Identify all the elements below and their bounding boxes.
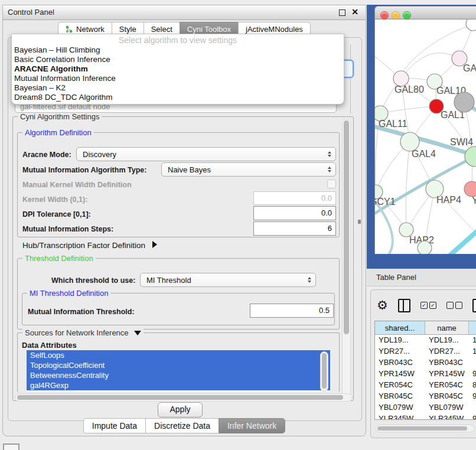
table-cell[interactable]: YBR045C: [375, 391, 425, 402]
algorithm-option[interactable]: Bayesian – K2: [12, 83, 344, 93]
table-cell[interactable]: YBR043C: [425, 357, 469, 369]
gear-icon[interactable]: [377, 299, 388, 311]
table-cell[interactable]: YER054C: [375, 380, 425, 391]
network-node[interactable]: [466, 19, 476, 31]
attribute-item[interactable]: TopologicalCoefficient: [27, 360, 330, 370]
mi-type-combo[interactable]: Naive Bayes: [161, 162, 336, 177]
table-cell[interactable]: YBR045C: [425, 391, 469, 402]
which-threshold-combo[interactable]: MI Threshold: [140, 273, 316, 287]
table-cell[interactable]: YBR043C: [375, 357, 425, 369]
combo-stepper-icon: [308, 277, 311, 283]
minimized-panel-icon[interactable]: [3, 444, 19, 450]
kernel-width-input[interactable]: 0.0: [253, 191, 336, 205]
tab-infer-network[interactable]: Infer Network: [219, 418, 285, 433]
table-cell[interactable]: YLR345W: [425, 413, 469, 420]
table-cell[interactable]: YPR145W: [425, 369, 469, 380]
column-header-shared[interactable]: shared...: [375, 321, 425, 334]
hub-definition-toggle[interactable]: Hub/Transcription Factor Definition: [22, 241, 157, 250]
mi-steps-input[interactable]: 6: [253, 221, 336, 236]
table-cell[interactable]: 13: [469, 335, 476, 346]
table-cell[interactable]: YDR27...: [375, 346, 425, 357]
algorithm-option[interactable]: ARACNE Algorithm: [12, 64, 344, 74]
column-header-name[interactable]: name: [425, 321, 469, 334]
sources-title[interactable]: Sources for Network Inference: [22, 328, 144, 337]
table-cell[interactable]: YBL079W: [375, 402, 425, 413]
table-cell[interactable]: YLR345W: [375, 413, 425, 420]
data-attributes-list[interactable]: SelfLoopsTopologicalCoefficientBetweenne…: [27, 350, 330, 392]
node-table[interactable]: shared... name YDL19...YDL19...13YDR27..…: [374, 321, 476, 420]
table-cell[interactable]: 12: [469, 346, 476, 357]
checked-pair-icon[interactable]: [420, 302, 436, 309]
algorithm-option[interactable]: Mutual Information Inference: [12, 74, 344, 83]
network-node[interactable]: [465, 146, 476, 167]
close-icon[interactable]: ✕: [351, 7, 358, 17]
document-icon[interactable]: [472, 299, 476, 312]
table-cell[interactable]: YDL19...: [425, 335, 469, 346]
table-row[interactable]: YLR345WYLR345W9.: [375, 413, 476, 420]
column-header-partial[interactable]: [469, 321, 476, 334]
split-columns-icon[interactable]: [398, 299, 410, 312]
table-row[interactable]: YDR27...YDR27...12: [375, 346, 476, 357]
table-cell[interactable]: [469, 357, 476, 369]
table-cell[interactable]: 9.: [469, 413, 476, 420]
table-cell[interactable]: YBL079W: [425, 402, 469, 413]
scrollbar-thumb[interactable]: [322, 353, 327, 389]
mi-threshold-input[interactable]: 0.5: [250, 304, 334, 318]
network-node[interactable]: [418, 241, 432, 254]
table-cell[interactable]: 9.: [469, 369, 476, 380]
attributes-hscrollbar[interactable]: [15, 393, 353, 402]
table-row[interactable]: YBR045CYBR045C9.: [375, 391, 476, 402]
table-row[interactable]: YER054CYER054C8.: [375, 380, 476, 391]
scrollbar-thumb[interactable]: [17, 395, 343, 400]
node-label: GAL4: [412, 149, 436, 159]
combo-stepper-icon: [328, 167, 331, 172]
table-cell[interactable]: YDR27...: [425, 346, 469, 357]
table-row[interactable]: YBL079WYBL079W: [375, 402, 476, 413]
apply-button[interactable]: Apply: [158, 402, 203, 418]
tab-impute-data[interactable]: Impute Data: [83, 418, 145, 433]
table-cell[interactable]: YER054C: [425, 380, 469, 391]
network-window-titlebar[interactable]: [374, 6, 476, 19]
attribute-item[interactable]: BetweennessCentrality: [27, 370, 330, 380]
control-panel-window: Control Panel ✕ Network Style Select Cyn…: [2, 5, 366, 436]
attributes-vscrollbar[interactable]: [320, 351, 328, 392]
table-row[interactable]: YPR145WYPR145W9.: [375, 369, 476, 380]
table-hscrollbar[interactable]: [376, 425, 474, 432]
zoom-traffic-light-icon[interactable]: [403, 11, 411, 19]
scrollbar-thumb[interactable]: [377, 426, 467, 431]
settings-vertical-scrollbar[interactable]: [342, 119, 351, 397]
network-node[interactable]: [454, 92, 474, 112]
unchecked-pair-icon[interactable]: [446, 302, 462, 309]
table-row[interactable]: YBR043CYBR043C: [375, 357, 476, 369]
network-nodes[interactable]: GALGAL80GAL10GAL1GAL11GAL4SWI4GCY1HAP4YH…: [375, 19, 476, 254]
attribute-item[interactable]: SelfLoops: [27, 350, 330, 360]
manual-kernel-checkbox[interactable]: [327, 180, 336, 188]
close-traffic-light-icon[interactable]: [380, 11, 389, 19]
network-node[interactable]: [464, 181, 476, 197]
table-cell[interactable]: YDL19...: [375, 335, 425, 346]
table-row[interactable]: YDL19...YDL19...13: [375, 335, 476, 346]
tab-discretize-data[interactable]: Discretize Data: [145, 418, 219, 433]
node-label: GAL11: [379, 119, 407, 129]
dpi-tolerance-input[interactable]: 0.0: [253, 206, 336, 220]
algorithm-option[interactable]: Bayesian – Hill Climbing: [12, 45, 344, 55]
scrollbar-thumb[interactable]: [344, 120, 349, 334]
mi-type-label: Mutual Information Algorithm Type:: [22, 166, 146, 174]
which-threshold-label: Which threshold to use:: [51, 276, 135, 285]
control-panel-titlebar[interactable]: Control Panel ✕: [3, 5, 366, 20]
algorithm-option[interactable]: Basic Correlation Inference: [12, 55, 344, 64]
minimize-traffic-light-icon[interactable]: [392, 11, 400, 19]
algorithm-option[interactable]: Dream8 DC_TDC Algorithm: [12, 93, 344, 102]
attribute-item[interactable]: gal4RGexp: [27, 380, 330, 390]
float-window-icon[interactable]: [339, 9, 345, 16]
node-label: GAL80: [395, 84, 424, 94]
network-tab-icon: [66, 25, 73, 33]
table-cell[interactable]: 9.: [469, 391, 476, 402]
table-cell[interactable]: 8.: [469, 380, 476, 391]
network-view-canvas[interactable]: GALGAL80GAL10GAL1GAL11GAL4SWI4GCY1HAP4YH…: [374, 19, 476, 254]
splitpane-handle[interactable]: [358, 220, 361, 224]
table-cell[interactable]: [469, 402, 476, 413]
table-cell[interactable]: YPR145W: [375, 369, 425, 380]
aracne-mode-combo[interactable]: Discovery: [76, 147, 336, 161]
algorithm-dropdown-popup: Select algorithm to view settings Bayesi…: [11, 34, 344, 105]
